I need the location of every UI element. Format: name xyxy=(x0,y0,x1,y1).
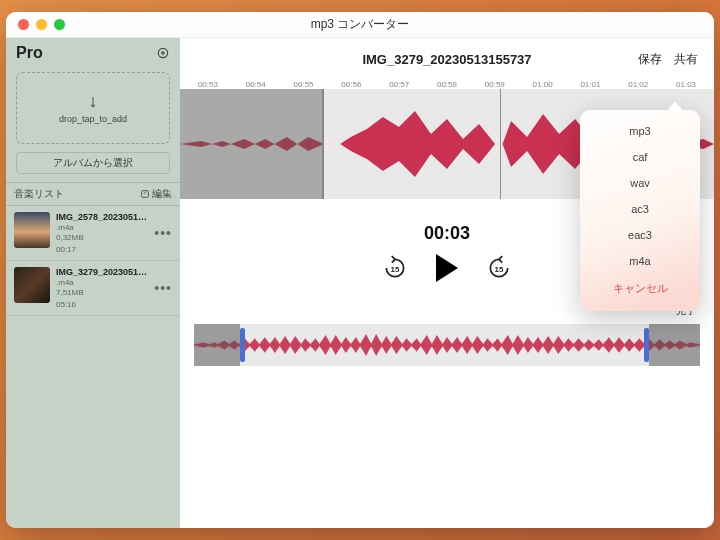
ruler-tick: 00:59 xyxy=(471,80,519,89)
trim-mask-left[interactable] xyxy=(180,89,324,199)
ruler-tick: 01:02 xyxy=(614,80,662,89)
window-title: mp3 コンバーター xyxy=(6,16,714,33)
overview-mask-left xyxy=(194,324,240,366)
more-icon[interactable]: ••• xyxy=(154,225,172,241)
time-ruler: 00:53 00:54 00:55 00:56 00:57 00:58 00:5… xyxy=(180,75,714,89)
app-window: mp3 コンバーター Pro ↓ drop_tap_to_add アルバムから選… xyxy=(6,12,714,528)
music-list-header: 音楽リスト 編集 xyxy=(6,182,180,206)
close-window-button[interactable] xyxy=(18,19,29,30)
track-info: IMG_3279_20230513155... .m4a 7,51MB 05:1… xyxy=(56,267,148,309)
format-cancel[interactable]: キャンセル xyxy=(580,274,700,303)
overview-handle-left[interactable] xyxy=(240,328,245,362)
ruler-tick: 01:03 xyxy=(662,80,710,89)
dropzone-label: drop_tap_to_add xyxy=(59,114,127,124)
minimize-window-button[interactable] xyxy=(36,19,47,30)
settings-icon[interactable] xyxy=(156,46,170,60)
track-duration: 00:17 xyxy=(56,245,148,254)
playhead[interactable] xyxy=(500,89,501,199)
music-list: IMG_2578_20230513155... .m4a 0,32MB 00:1… xyxy=(6,206,180,316)
track-ext: .m4a xyxy=(56,278,148,287)
download-arrow-icon: ↓ xyxy=(89,92,98,110)
header-actions: 保存 共有 xyxy=(638,51,698,68)
window-controls xyxy=(6,19,65,30)
svg-point-0 xyxy=(158,48,167,57)
dropzone[interactable]: ↓ drop_tap_to_add xyxy=(16,72,170,144)
format-option-m4a[interactable]: m4a xyxy=(580,248,700,274)
ruler-tick: 00:57 xyxy=(375,80,423,89)
track-info: IMG_2578_20230513155... .m4a 0,32MB 00:1… xyxy=(56,212,148,254)
select-from-album-button[interactable]: アルバムから選択 xyxy=(16,152,170,174)
app-body: Pro ↓ drop_tap_to_add アルバムから選択 音楽リスト 編集 xyxy=(6,38,714,528)
skip-forward-button[interactable]: 15 xyxy=(486,255,512,281)
track-size: 0,32MB xyxy=(56,233,148,242)
track-name: IMG_3279_20230513155... xyxy=(56,267,148,277)
skip-back-button[interactable]: 15 xyxy=(382,255,408,281)
track-name: IMG_2578_20230513155... xyxy=(56,212,148,222)
overview-waveform[interactable] xyxy=(194,324,700,366)
skip-amount: 15 xyxy=(495,264,504,273)
zoom-window-button[interactable] xyxy=(54,19,65,30)
overview-mask-right xyxy=(649,324,700,366)
sidebar-header: Pro xyxy=(6,38,180,66)
format-option-mp3[interactable]: mp3 xyxy=(580,118,700,144)
edit-label: 編集 xyxy=(152,187,172,201)
list-item[interactable]: IMG_3279_20230513155... .m4a 7,51MB 05:1… xyxy=(6,261,180,316)
format-option-eac3[interactable]: eac3 xyxy=(580,222,700,248)
overview-waveform-icon xyxy=(194,324,700,366)
main-header: IMG_3279_20230513155737 保存 共有 xyxy=(180,38,714,75)
ruler-tick: 00:56 xyxy=(327,80,375,89)
music-list-title: 音楽リスト xyxy=(14,187,64,201)
ruler-tick: 00:55 xyxy=(280,80,328,89)
format-option-ac3[interactable]: ac3 xyxy=(580,196,700,222)
current-file-title: IMG_3279_20230513155737 xyxy=(198,52,696,67)
ruler-tick: 00:58 xyxy=(423,80,471,89)
edit-list-button[interactable]: 編集 xyxy=(140,187,172,201)
ruler-tick: 00:53 xyxy=(184,80,232,89)
list-item[interactable]: IMG_2578_20230513155... .m4a 0,32MB 00:1… xyxy=(6,206,180,261)
format-menu: mp3 caf wav ac3 eac3 m4a キャンセル xyxy=(580,110,700,311)
share-button[interactable]: 共有 xyxy=(674,51,698,68)
overview-handle-right[interactable] xyxy=(644,328,649,362)
track-thumbnail xyxy=(14,212,50,248)
format-option-wav[interactable]: wav xyxy=(580,170,700,196)
track-duration: 05:16 xyxy=(56,300,148,309)
titlebar: mp3 コンバーター xyxy=(6,12,714,38)
play-button[interactable] xyxy=(436,254,458,282)
album-button-label: アルバムから選択 xyxy=(53,156,133,170)
track-thumbnail xyxy=(14,267,50,303)
save-button[interactable]: 保存 xyxy=(638,51,662,68)
skip-amount: 15 xyxy=(391,264,400,273)
track-size: 7,51MB xyxy=(56,288,148,297)
edit-icon xyxy=(140,189,150,199)
svg-point-1 xyxy=(162,52,164,54)
main-panel: IMG_3279_20230513155737 保存 共有 00:53 00:5… xyxy=(180,38,714,528)
ruler-tick: 01:00 xyxy=(519,80,567,89)
format-option-caf[interactable]: caf xyxy=(580,144,700,170)
more-icon[interactable]: ••• xyxy=(154,280,172,296)
ruler-tick: 01:01 xyxy=(567,80,615,89)
track-ext: .m4a xyxy=(56,223,148,232)
ruler-tick: 00:54 xyxy=(232,80,280,89)
pro-badge[interactable]: Pro xyxy=(16,44,43,62)
sidebar: Pro ↓ drop_tap_to_add アルバムから選択 音楽リスト 編集 xyxy=(6,38,180,528)
svg-rect-2 xyxy=(142,191,149,198)
